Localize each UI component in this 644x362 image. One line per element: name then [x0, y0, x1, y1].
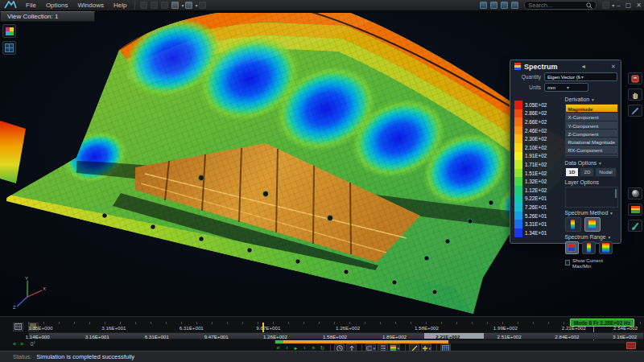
capture-icon[interactable]: [171, 2, 179, 9]
tab-view-collection[interactable]: View Collection: 1: [0, 11, 95, 22]
viewport-toolbar-right: [628, 72, 642, 232]
mode-badge[interactable]: Mode 8 Fr 2.28E+02 Hz: [570, 319, 634, 327]
progress-bar[interactable]: [283, 340, 448, 343]
menu-windows[interactable]: Windows: [72, 0, 108, 10]
settings-icon[interactable]: [602, 2, 609, 9]
legend-value: 1.91E+02: [522, 153, 547, 158]
app-logo: [0, 1, 21, 10]
clipboard-icon: [631, 75, 639, 83]
derivation-item-z[interactable]: Z-Component: [566, 130, 617, 138]
method-stepped-button[interactable]: [584, 217, 601, 232]
close-icon[interactable]: ✕: [609, 64, 617, 70]
range-clip-button[interactable]: [599, 241, 613, 254]
select-view-icon[interactable]: [511, 2, 518, 9]
derivation-item-rot-mag[interactable]: Rotational Magnitude: [566, 138, 617, 146]
application-window: Y X Z File Options Windows Help ▾ ▾: [0, 0, 644, 362]
legend-value: 1.51E+02: [522, 171, 547, 176]
derivation-item-clipped[interactable]: [566, 154, 617, 157]
fit-view-icon[interactable]: [480, 2, 487, 9]
layout-icon[interactable]: [199, 2, 206, 9]
mode-frequency-strip[interactable]: 1.14E+000 3.16E+001 6.31E+001 9.47E+001 …: [28, 332, 644, 339]
render-mode-button[interactable]: [628, 187, 642, 200]
menu-file[interactable]: File: [21, 0, 41, 10]
spectrum-range-header[interactable]: Spectrum Range ▾: [565, 234, 618, 240]
units-value: mm: [547, 85, 566, 90]
step-back-button[interactable]: ‹: [283, 345, 291, 351]
chevron-down-icon[interactable]: ▾: [397, 346, 399, 351]
spectrum-panel-header[interactable]: Spectrum ◄ ✕: [510, 60, 621, 72]
derivation-item-magnitude[interactable]: Magnitude: [566, 105, 617, 113]
zoom-view-icon[interactable]: [501, 2, 508, 9]
spectrum-display-button[interactable]: [2, 24, 16, 38]
minimize-button[interactable]: –: [614, 2, 622, 9]
undo-icon[interactable]: [140, 2, 147, 9]
menu-bar: File Options Windows Help ▾ ▾ ▾ – ▢ ✕: [0, 0, 644, 11]
export-icon[interactable]: [185, 2, 192, 9]
method-smooth-button[interactable]: [565, 217, 581, 232]
quantity-select[interactable]: Eigen Vector (Mode Shape) ▾: [544, 72, 617, 81]
legend-swatch: [514, 177, 522, 186]
derivation-item-x[interactable]: X-Component: [566, 113, 617, 121]
legend-value: 2.30E+02: [522, 136, 547, 142]
frequency-ruler[interactable]: 1.35E+000 3.16E+001 6.31E+001 9.67E+001 …: [28, 322, 644, 332]
search-box[interactable]: [524, 1, 597, 10]
step-forward-button[interactable]: ›: [300, 345, 309, 351]
grid-window-icon: [5, 43, 14, 52]
data-option-nodal[interactable]: Nodal: [595, 167, 616, 177]
legend-value: 5.26E+01: [522, 213, 547, 219]
close-button[interactable]: ✕: [634, 2, 644, 9]
spectrum-method-header[interactable]: Spectrum Method ▾: [565, 210, 618, 216]
derivation-item-y[interactable]: Y-Component: [566, 121, 617, 130]
chevron-down-icon[interactable]: ▾: [181, 2, 184, 8]
chevron-down-icon[interactable]: ▾: [373, 346, 375, 351]
stop-record-button[interactable]: [626, 342, 636, 349]
show-current-checkbox[interactable]: [565, 260, 571, 265]
annotate-button[interactable]: [628, 105, 642, 117]
strip-tick: 1.14E+000: [26, 334, 50, 339]
layer-options-box[interactable]: [565, 187, 618, 208]
results-clipboard-button[interactable]: [628, 72, 642, 84]
view-layout-button[interactable]: [2, 41, 16, 55]
spectrum-panel: Spectrum ◄ ✕ Quantity Eigen Vector (Mode…: [510, 60, 621, 244]
palette-icon: [390, 345, 396, 351]
strip-tick-selected: 2.21E+002: [436, 334, 460, 339]
timeline-bar: « » 0° 1.35E+000 3.16E+001 6.31E+001 9.6…: [0, 316, 644, 351]
units-select[interactable]: mm ▾: [544, 83, 588, 92]
derivation-header[interactable]: Derivation ▾: [565, 97, 618, 102]
restore-button[interactable]: ▢: [623, 2, 634, 9]
animation-progress-track[interactable]: [274, 340, 638, 343]
rotate-view-icon[interactable]: [490, 2, 497, 9]
fast-forward-button[interactable]: »: [309, 345, 318, 351]
chevron-down-icon[interactable]: ▾: [195, 2, 197, 8]
chevron-down-icon[interactable]: ▾: [428, 346, 431, 351]
scrollbar-thumb[interactable]: [615, 189, 617, 198]
pan-button[interactable]: [628, 88, 642, 101]
dock-icon[interactable]: ◄: [579, 64, 588, 69]
derivation-item-rx[interactable]: RX-Component: [566, 146, 617, 154]
menu-help[interactable]: Help: [109, 0, 131, 10]
contour-style-button[interactable]: [628, 204, 642, 216]
range-manual-button[interactable]: [582, 241, 596, 254]
step-forward-icon[interactable]: »: [20, 341, 24, 347]
search-icon: [586, 2, 592, 9]
ruler-tick: 3.16E+001: [101, 325, 126, 331]
rewind-button[interactable]: «: [274, 345, 283, 351]
phase-rotation-value[interactable]: 0°: [31, 341, 35, 347]
paint-results-button[interactable]: [628, 220, 642, 232]
copy-icon[interactable]: [161, 2, 168, 9]
frames-grid-button[interactable]: [13, 323, 23, 331]
chevron-down-icon: ▾: [608, 235, 610, 240]
data-option-2d[interactable]: 2D: [580, 167, 594, 177]
data-options-header[interactable]: Data Options ▾: [565, 160, 618, 166]
redo-icon[interactable]: [151, 2, 158, 9]
menu-options[interactable]: Options: [41, 0, 73, 10]
data-option-1d[interactable]: 1D: [565, 167, 580, 177]
auto-range-icon: [568, 244, 576, 252]
chevron-down-icon: ▾: [599, 161, 601, 166]
axis-z-label: Z: [13, 305, 16, 310]
search-input[interactable]: [528, 2, 586, 9]
legend-value: 7.26E+01: [522, 204, 547, 210]
range-auto-button[interactable]: [565, 241, 579, 254]
strip-tick: 1.26E+002: [263, 334, 287, 339]
step-back-icon[interactable]: «: [13, 341, 17, 347]
